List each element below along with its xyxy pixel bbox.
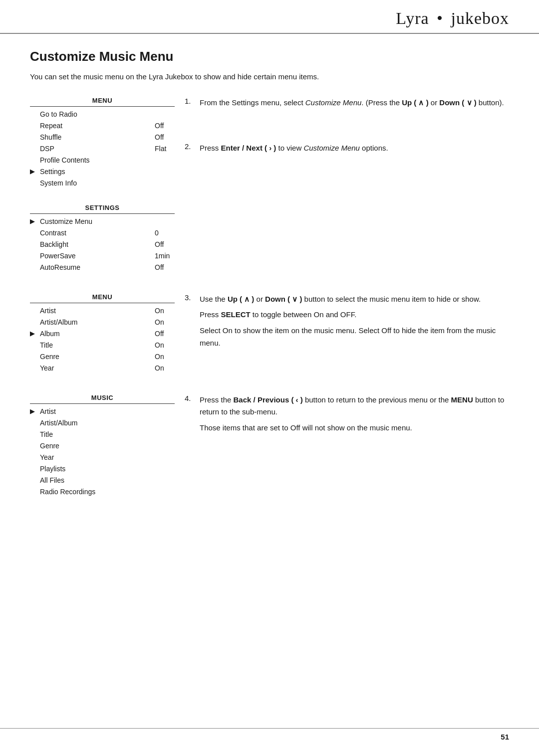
intro-text: You can set the music menu on the Lyra J… (30, 71, 509, 83)
menu-row: DSPFlat (30, 143, 175, 155)
section-left-3: MUSIC ▶ArtistArtist/AlbumTitleGenreYearP… (30, 394, 185, 513)
menu-row-label: Album (39, 329, 150, 339)
menu-row-label: Year (39, 363, 150, 374)
footer: 51 (0, 728, 539, 741)
step-4-text-a: Press the Back / Previous ( ‹ ) button t… (200, 394, 509, 419)
menu-row: System Info (30, 178, 175, 189)
menu-row-value: Off (150, 239, 175, 250)
step-3-text-b: Press SELECT to toggle between On and OF… (200, 309, 509, 321)
step-3-content: Use the Up ( ∧ ) or Down ( ∨ ) button to… (200, 293, 509, 353)
section-row-2: MENU ArtistOnArtist/AlbumOn▶AlbumOffTitl… (30, 293, 509, 389)
menu-row-label: Artist/Album (39, 418, 175, 428)
section-row-1: MENU Go to RadioRepeatOffShuffleOffDSPFl… (30, 97, 509, 288)
menu-row: PowerSave1min (30, 250, 175, 262)
menu-row: ▶Settings (30, 166, 175, 178)
menu-row: Playlists (30, 463, 175, 475)
menu-row-label: Artist (39, 306, 150, 316)
step-1-content: From the Settings menu, select Customize… (200, 97, 504, 113)
step-1-number: 1. (185, 97, 195, 113)
menu-row: Contrast0 (30, 227, 175, 239)
step-3-number: 3. (185, 293, 195, 353)
menu-row-label: System Info (39, 178, 175, 189)
page-number: 51 (501, 733, 509, 741)
step-4-number: 4. (185, 394, 195, 438)
menu-row-label: Artist (39, 406, 175, 417)
menu-row-label: Title (39, 340, 150, 351)
menu-box-4-title: MUSIC (30, 394, 175, 404)
menu-row-label: Repeat (39, 121, 150, 131)
menu-box-3-title: MENU (30, 293, 175, 303)
section-left-1: MENU Go to RadioRepeatOffShuffleOffDSPFl… (30, 97, 185, 288)
menu-box-1-title: MENU (30, 97, 175, 107)
menu-row-label: All Files (39, 475, 175, 486)
section-right-3: 4. Press the Back / Previous ( ‹ ) butto… (185, 394, 509, 513)
menu-row-label: DSP (39, 144, 150, 154)
menu-row-label: Profile Contents (39, 155, 175, 166)
menu-box-2: SETTINGS ▶Customize MenuContrast0Backlig… (30, 204, 175, 273)
menu-row: GenreOn (30, 351, 175, 363)
menu-row: Profile Contents (30, 155, 175, 166)
menu-row-label: Contrast (39, 228, 150, 238)
section-row-3: MUSIC ▶ArtistArtist/AlbumTitleGenreYearP… (30, 394, 509, 513)
menu-row-label: Genre (39, 352, 150, 362)
menu-row-value: Off (150, 262, 175, 273)
header-title: Lyra • jukebox (396, 9, 509, 28)
menu-row: ▶AlbumOff (30, 328, 175, 340)
menu-row: RepeatOff (30, 120, 175, 132)
menu-row: ▶Customize Menu (30, 216, 175, 227)
menu-row-label: PowerSave (39, 251, 150, 261)
menu-row: Artist/AlbumOn (30, 317, 175, 328)
section-right-1: 1. From the Settings menu, select Custom… (185, 97, 509, 288)
step-2-text: Press Enter / Next ( › ) to view Customi… (200, 142, 388, 155)
menu-row-arrow: ▶ (30, 216, 39, 226)
menu-box-4: MUSIC ▶ArtistArtist/AlbumTitleGenreYearP… (30, 394, 175, 498)
step-4-content: Press the Back / Previous ( ‹ ) button t… (200, 394, 509, 438)
menu-row-label: Radio Recordings (39, 487, 175, 497)
main-content: Customize Music Menu You can set the mus… (0, 34, 539, 548)
menu-row-label: Go to Radio (39, 109, 175, 120)
step-2-content: Press Enter / Next ( › ) to view Customi… (200, 142, 388, 158)
section-right-2: 3. Use the Up ( ∧ ) or Down ( ∨ ) button… (185, 293, 509, 389)
step-3-text-c: Select On to show the item on the music … (200, 325, 509, 350)
menu-row-value: On (150, 317, 175, 328)
menu-row: YearOn (30, 363, 175, 374)
menu-row-label: Shuffle (39, 132, 150, 143)
menu-row-value: On (150, 363, 175, 374)
menu-row: Go to Radio (30, 109, 175, 120)
menu-row: Radio Recordings (30, 486, 175, 498)
menu-row-value: 0 (150, 228, 175, 238)
menu-box-2-title: SETTINGS (30, 204, 175, 214)
menu-row: ▶Artist (30, 406, 175, 417)
menu-row-value: Off (150, 132, 175, 143)
menu-row-value: On (150, 352, 175, 362)
menu-row: ArtistOn (30, 305, 175, 317)
step-3: 3. Use the Up ( ∧ ) or Down ( ∨ ) button… (185, 293, 509, 353)
menu-row: Title (30, 429, 175, 440)
menu-box-1-rows: Go to RadioRepeatOffShuffleOffDSPFlatPro… (30, 109, 175, 189)
header-bar: Lyra • jukebox (0, 0, 539, 34)
header-brand: Lyra (396, 9, 429, 27)
menu-row-label: Year (39, 452, 175, 463)
menu-row: ShuffleOff (30, 132, 175, 143)
header-subtitle: jukebox (451, 9, 509, 27)
menu-row-label: Playlists (39, 464, 175, 474)
menu-row: BacklightOff (30, 239, 175, 250)
menu-row-label: Customize Menu (39, 216, 175, 227)
menu-row-label: Backlight (39, 239, 150, 250)
menu-row: Genre (30, 440, 175, 452)
menu-row-arrow: ▶ (30, 167, 39, 177)
header-bullet: • (437, 9, 443, 27)
menu-row: All Files (30, 475, 175, 486)
menu-box-4-rows: ▶ArtistArtist/AlbumTitleGenreYearPlaylis… (30, 406, 175, 498)
step-3-text-a: Use the Up ( ∧ ) or Down ( ∨ ) button to… (200, 293, 509, 306)
menu-row-arrow: ▶ (30, 329, 39, 339)
menu-row-value: Off (150, 329, 175, 339)
menu-row-value: On (150, 306, 175, 316)
menu-box-2-rows: ▶Customize MenuContrast0BacklightOffPowe… (30, 216, 175, 273)
menu-row-label: Settings (39, 167, 175, 177)
menu-row-arrow: ▶ (30, 406, 39, 416)
menu-row-value: Flat (150, 144, 175, 154)
menu-row: TitleOn (30, 340, 175, 351)
menu-row-value: 1min (150, 251, 175, 261)
step-1-text: From the Settings menu, select Customize… (200, 97, 504, 109)
